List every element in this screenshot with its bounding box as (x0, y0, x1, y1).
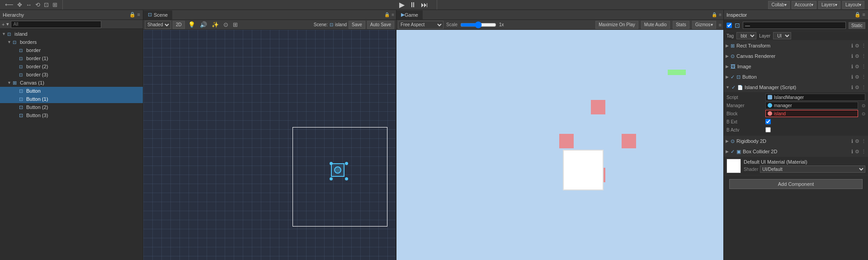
menu-icon: ≡ (137, 12, 140, 18)
tool-btn-3[interactable]: ↔ (24, 1, 33, 8)
box-collider2d-header[interactable]: ▶ ✓ ▣ Box Collider 2D ℹ ⚙ ⋮ (724, 147, 868, 156)
component-info-icon[interactable]: ℹ (851, 138, 853, 144)
rect-transform-header[interactable]: ▶ ⊞ Rect Transform ℹ ⚙ ⋮ (724, 41, 868, 51)
hierarchy-item-button2[interactable]: ⊡ Button (2) (0, 103, 143, 111)
bactv-checkbox[interactable] (765, 127, 771, 132)
dropdown-icon[interactable]: ▾ (6, 21, 9, 27)
box-collider2d-check[interactable]: ✓ (731, 149, 735, 155)
tool-btn-4[interactable]: ⟲ (34, 1, 42, 8)
2d-btn[interactable]: 2D (173, 21, 185, 29)
bactv-label: B Actv (726, 128, 763, 132)
aspect-dropdown[interactable]: Free Aspect (398, 21, 443, 29)
component-info-icon[interactable]: ℹ (851, 43, 853, 49)
component-settings-icon[interactable]: ⚙ (855, 53, 859, 59)
hierarchy-search-input[interactable] (11, 21, 101, 28)
component-settings-icon[interactable]: ⚙ (855, 138, 859, 144)
hierarchy-item-button3[interactable]: ⊡ Button (3) (0, 111, 143, 119)
object-active-checkbox[interactable] (726, 23, 732, 28)
button-component-header[interactable]: ▶ ✓ ⊡ Button ℹ ⚙ ⋮ (724, 72, 868, 82)
expand-arrow: ▶ (726, 139, 729, 143)
component-menu-icon[interactable]: ⋮ (861, 149, 866, 155)
hierarchy-item-canvas1[interactable]: ▼ ⊞ Canvas (1) (0, 79, 143, 87)
scale-slider[interactable] (460, 22, 496, 28)
block-link-icon[interactable]: ⊙ (862, 111, 865, 116)
island-manager-header[interactable]: ▼ ✓ 📄 Island Manager (Script) ℹ ⚙ ⋮ (724, 82, 868, 92)
effects-btn[interactable]: ✨ (210, 21, 220, 28)
tag-dropdown[interactable]: bbt (736, 32, 756, 39)
tool-btn-2[interactable]: ✥ (16, 1, 24, 8)
component-settings-icon[interactable]: ⚙ (855, 74, 859, 80)
bext-checkbox[interactable] (765, 119, 771, 124)
game-tab-btn[interactable]: ▶ Game (396, 10, 423, 19)
collab-btn[interactable]: Collab▾ (768, 1, 789, 9)
button-check[interactable]: ✓ (731, 74, 735, 80)
stats-btn[interactable]: Stats (673, 21, 689, 29)
gizmos-btn[interactable]: Gizmos ▾ (692, 21, 716, 29)
island-manager-check[interactable]: ✓ (731, 85, 736, 90)
component-info-icon[interactable]: ℹ (851, 53, 853, 59)
hierarchy-label-button1: Button (1) (26, 96, 48, 102)
hierarchy-item-border[interactable]: ⊡ border (0, 46, 143, 54)
canvas-renderer-title: Canvas Renderer (736, 53, 849, 59)
game-block-top (591, 100, 605, 114)
component-settings-icon[interactable]: ⚙ (855, 64, 859, 70)
hierarchy-item-border3[interactable]: ⊡ border (3) (0, 71, 143, 79)
play-button[interactable]: ▶ (398, 0, 406, 9)
component-info-icon[interactable]: ℹ (851, 85, 853, 90)
component-settings-icon[interactable]: ⚙ (855, 43, 859, 49)
script-value-obj[interactable]: IslandManager (765, 94, 865, 101)
scene-tab-btn[interactable]: ⊡ Scene (143, 10, 172, 19)
account-btn[interactable]: Account▾ (792, 1, 816, 9)
tool-btn-6[interactable]: ⊞ (51, 1, 59, 8)
save-btn[interactable]: Save (349, 21, 365, 29)
tool-btn-1[interactable]: ⟵ (4, 1, 15, 8)
layer-dropdown[interactable]: UI (773, 32, 791, 39)
add-component-button[interactable]: Add Component (729, 179, 863, 189)
pause-button[interactable]: ⏸ (408, 1, 418, 9)
shading-dropdown[interactable]: Shaded (145, 21, 171, 29)
hierarchy-item-borders[interactable]: ▼ ⊡ borders (0, 38, 143, 46)
manager-value-text: manager (774, 103, 792, 108)
image-header[interactable]: ▶ 🖼 Image ℹ ⚙ ⋮ (724, 61, 868, 71)
prop-block: Block island ⊙ (726, 109, 865, 118)
component-menu-icon[interactable]: ⋮ (861, 138, 866, 144)
component-settings-icon[interactable]: ⚙ (855, 149, 859, 155)
component-info-icon[interactable]: ℹ (851, 149, 853, 155)
plus-icon[interactable]: + (2, 22, 5, 27)
component-menu-icon[interactable]: ⋮ (861, 53, 866, 59)
static-btn[interactable]: Static (849, 22, 865, 29)
shader-dropdown[interactable]: UI/Default (760, 165, 865, 173)
step-button[interactable]: ⏭ (420, 1, 429, 9)
component-menu-icon[interactable]: ⋮ (861, 64, 866, 70)
object-name-field[interactable] (743, 22, 846, 29)
layout-btn[interactable]: Layout▾ (842, 1, 864, 9)
component-info-icon[interactable]: ℹ (851, 74, 853, 80)
manager-value-obj[interactable]: manager (765, 102, 858, 109)
component-settings-icon[interactable]: ⚙ (855, 85, 859, 90)
layers-btn[interactable]: Layers▾ (818, 1, 840, 9)
manager-link-icon[interactable]: ⊙ (862, 103, 865, 108)
grid-btn[interactable]: ⊞ (231, 21, 239, 28)
game-view (396, 30, 723, 260)
audio-btn[interactable]: 🔊 (198, 21, 208, 28)
hierarchy-item-border1[interactable]: ⊡ border (1) (0, 54, 143, 62)
lights-btn[interactable]: 💡 (187, 21, 197, 28)
autosave-btn[interactable]: Auto Save (367, 21, 394, 29)
component-menu-icon[interactable]: ⋮ (861, 43, 866, 49)
arrow-spacer (14, 64, 19, 69)
inspector-panel: Inspector 🔒 ≡ ⊡ Static Tag bbt Layer UI (723, 10, 868, 260)
block-value-obj[interactable]: island (765, 110, 858, 117)
hidden-btn[interactable]: ⊙ (222, 21, 230, 28)
hierarchy-item-border2[interactable]: ⊡ border (2) (0, 62, 143, 71)
component-info-icon[interactable]: ℹ (851, 64, 853, 70)
component-menu-icon[interactable]: ⋮ (861, 74, 866, 80)
hierarchy-item-button1[interactable]: ⊡ Button (1) (0, 95, 143, 103)
component-menu-icon[interactable]: ⋮ (861, 85, 866, 90)
canvas-renderer-header[interactable]: ▶ ⊙ Canvas Renderer ℹ ⚙ ⋮ (724, 51, 868, 61)
hierarchy-item-button[interactable]: ⊡ Button (0, 87, 143, 95)
mute-btn[interactable]: Mute Audio (641, 21, 670, 29)
hierarchy-item-island[interactable]: ▼ ⊡ island (0, 30, 143, 38)
tool-btn-5[interactable]: ⊡ (42, 1, 50, 8)
rigidbody2d-header[interactable]: ▶ ⊙ Rigidbody 2D ℹ ⚙ ⋮ (724, 136, 868, 146)
maximize-btn[interactable]: Maximize On Play (595, 21, 638, 29)
